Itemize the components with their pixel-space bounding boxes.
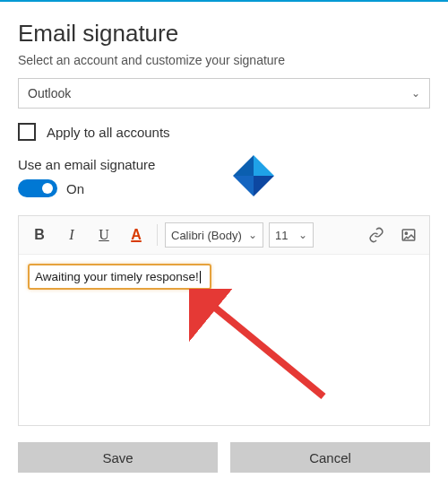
chevron-down-icon: ⌄ bbox=[248, 229, 257, 241]
use-signature-state: On bbox=[66, 181, 84, 196]
page-subtitle: Select an account and customize your sig… bbox=[18, 53, 430, 67]
use-signature-label: Use an email signature bbox=[18, 157, 430, 172]
apply-all-label: Apply to all accounts bbox=[47, 125, 170, 140]
font-family-select[interactable]: Calibri (Body) ⌄ bbox=[165, 222, 263, 248]
underline-button[interactable]: U bbox=[90, 222, 117, 248]
bold-button[interactable]: B bbox=[26, 222, 53, 248]
chevron-down-icon: ⌄ bbox=[298, 229, 307, 241]
italic-button[interactable]: I bbox=[58, 222, 85, 248]
svg-marker-1 bbox=[233, 155, 254, 176]
link-icon[interactable] bbox=[363, 222, 390, 248]
svg-marker-0 bbox=[254, 155, 274, 176]
font-size-select[interactable]: 11 ⌄ bbox=[269, 222, 314, 248]
chevron-down-icon: ⌄ bbox=[411, 87, 420, 100]
save-button[interactable]: Save bbox=[18, 442, 218, 473]
cancel-button[interactable]: Cancel bbox=[230, 442, 430, 473]
font-family-value: Calibri (Body) bbox=[171, 229, 242, 242]
editor-toolbar: B I U A Calibri (Body) ⌄ 11 ⌄ bbox=[19, 216, 429, 255]
signature-text: Awaiting your timely response! bbox=[35, 270, 199, 283]
use-signature-toggle[interactable] bbox=[18, 179, 57, 197]
svg-line-7 bbox=[205, 300, 323, 396]
svg-marker-2 bbox=[233, 176, 254, 196]
signature-text-highlight: Awaiting your timely response! bbox=[28, 264, 211, 290]
toolbar-separator bbox=[157, 224, 158, 246]
signature-editor: B I U A Calibri (Body) ⌄ 11 ⌄ bbox=[18, 215, 430, 426]
annotation-arrow-icon bbox=[189, 289, 341, 414]
account-select-value: Outlook bbox=[28, 86, 71, 100]
svg-marker-3 bbox=[254, 176, 274, 196]
font-color-button[interactable]: A bbox=[123, 222, 150, 248]
svg-point-5 bbox=[405, 232, 407, 234]
editor-body[interactable]: Awaiting your timely response! bbox=[19, 255, 429, 425]
account-select[interactable]: Outlook ⌄ bbox=[18, 78, 430, 109]
apply-all-checkbox[interactable] bbox=[18, 123, 36, 141]
page-title: Email signature bbox=[18, 20, 430, 48]
image-icon[interactable] bbox=[395, 222, 422, 248]
watermark-logo bbox=[233, 155, 274, 196]
font-size-value: 11 bbox=[275, 229, 288, 242]
